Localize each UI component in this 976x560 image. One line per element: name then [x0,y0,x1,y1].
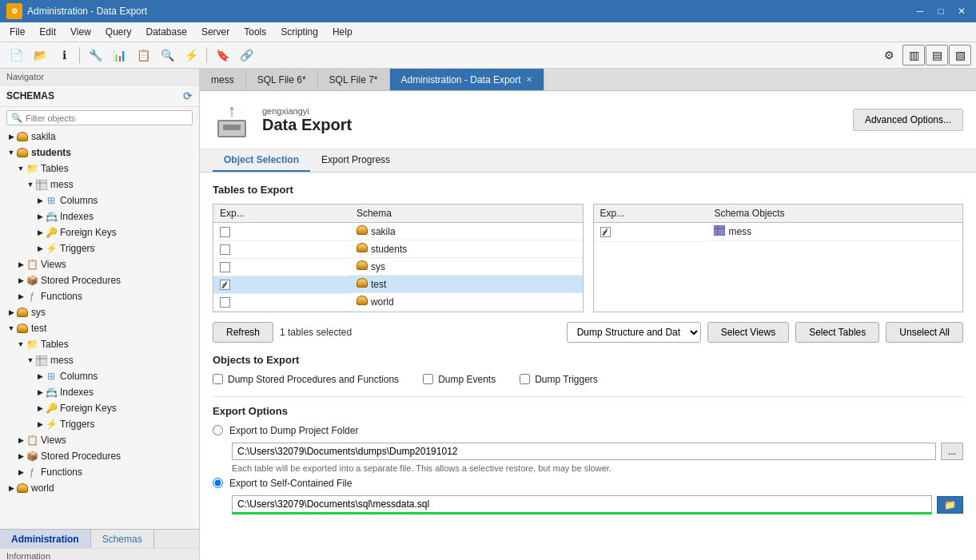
dump-triggers-checkbox[interactable] [520,374,530,384]
tree-item-students-views[interactable]: ▶ 📋 Views [0,256,199,272]
toolbar-settings-icon[interactable]: ⚙ [878,45,900,66]
layout-btn3[interactable]: ▧ [949,45,971,66]
menu-help[interactable]: Help [326,24,359,40]
toolbar-open-btn[interactable]: 📂 [29,45,51,66]
toolbar-new-btn[interactable]: 📄 [5,45,27,66]
toolbar-btn7[interactable]: 🔖 [211,45,233,66]
restore-btn[interactable]: □ [933,3,949,19]
export-option1-path-input[interactable] [232,443,936,460]
dump-structure-select[interactable]: Dump Structure and Dat Dump Structure On… [567,322,701,343]
dump-events-checkbox-label[interactable]: Dump Events [423,374,496,385]
toolbar-btn3[interactable]: 📊 [108,45,130,66]
schema-cb-test[interactable]: ✓ [220,280,230,290]
obj-cb-mess[interactable]: ✓ [600,227,611,237]
tab-data-export[interactable]: Administration - Data Export ✕ [390,69,544,90]
tab-sqlfile7[interactable]: SQL File 7* [318,69,390,90]
unselect-all-button[interactable]: Unselect All [886,322,963,343]
filter-input[interactable] [26,113,188,123]
layout-btn2[interactable]: ▤ [926,45,948,66]
minimize-btn[interactable]: ─ [912,3,928,19]
toolbar-btn2[interactable]: 🔧 [84,45,106,66]
schemas-refresh-icon[interactable]: ⟳ [183,89,193,102]
schema-row-sakila[interactable]: sakila [213,223,583,241]
select-views-button[interactable]: Select Views [707,322,789,343]
tree-item-students-sp[interactable]: ▶ 📦 Stored Procedures [0,272,199,288]
tab-sqlfile6[interactable]: SQL File 6* [246,69,318,90]
columns-icon1: ⊞ [45,194,58,207]
objects-checkbox-row: Dump Stored Procedures and Functions Dum… [213,374,963,385]
menu-tools[interactable]: Tools [237,24,273,40]
export-option1-radio[interactable] [213,425,223,435]
tree-item-triggers2[interactable]: ▶ ⚡ Triggers [0,416,199,432]
dump-triggers-checkbox-label[interactable]: Dump Triggers [520,374,598,385]
tab-mess[interactable]: mess [200,69,246,90]
menu-database[interactable]: Database [140,24,193,40]
tree-item-test-mess[interactable]: ▼ mess [0,352,199,368]
menu-view[interactable]: View [64,24,98,40]
tree-item-sakila[interactable]: ▶ sakila [0,129,199,145]
layout-btn1[interactable]: ▥ [902,45,925,66]
objects-table: Exp... Schema Objects ✓ [593,204,964,312]
schema-row-sys[interactable]: sys [213,258,583,276]
tree-item-triggers1[interactable]: ▶ ⚡ Triggers [0,240,199,256]
menu-query[interactable]: Query [99,24,138,40]
export-option2-radio[interactable] [213,478,223,488]
tree-item-columns1[interactable]: ▶ ⊞ Columns [0,193,199,209]
tab-close-icon[interactable]: ✕ [526,75,532,84]
schema-cb-world[interactable] [220,297,230,308]
schema-label-students: students [371,244,407,255]
export-option2-path-input[interactable] [232,495,932,514]
tree-item-world[interactable]: ▶ world [0,480,199,496]
collapse-arrow-sakila: ▶ [6,133,16,141]
tree-item-sys[interactable]: ▶ sys [0,304,199,320]
tree-item-columns2[interactable]: ▶ ⊞ Columns [0,368,199,384]
tree-item-test-fn[interactable]: ▶ ƒ Functions [0,464,199,480]
menu-file[interactable]: File [3,24,31,40]
schema-row-world[interactable]: world [213,293,583,311]
bottom-tab-admin[interactable]: Administration [0,530,91,548]
schema-cb-sakila[interactable] [220,227,230,237]
panel-title: Data Export [262,116,352,134]
browse-btn1[interactable]: ... [941,443,963,460]
close-btn[interactable]: ✕ [954,3,970,19]
browse-btn2[interactable]: 📁 [937,496,963,514]
menu-server[interactable]: Server [195,24,236,40]
toolbar-btn5[interactable]: 🔍 [156,45,178,66]
dump-sp-checkbox-label[interactable]: Dump Stored Procedures and Functions [213,374,399,385]
panel-tab-export-progress[interactable]: Export Progress [310,149,401,172]
schema-cb-sys[interactable] [220,262,230,272]
dump-sp-checkbox[interactable] [213,374,223,384]
obj-row-mess[interactable]: ✓ mess [594,223,963,242]
tree-item-test-views[interactable]: ▶ 📋 Views [0,432,199,448]
action-bar: Refresh 1 tables selected Dump Structure… [213,322,963,343]
toolbar-btn8[interactable]: 🔗 [235,45,257,66]
schema-row-students[interactable]: students [213,240,583,258]
bottom-tab-schemas[interactable]: Schemas [91,530,154,548]
divider [213,396,963,397]
dump-events-checkbox[interactable] [423,374,433,384]
schema-cb-students[interactable] [220,244,230,255]
select-tables-button[interactable]: Select Tables [795,322,879,343]
tree-item-students-mess[interactable]: ▼ mess [0,177,199,193]
tree-item-students-tables[interactable]: ▼ 📁 Tables [0,161,199,177]
menu-scripting[interactable]: Scripting [274,24,325,40]
schema-row-test[interactable]: ✓ test [213,276,583,293]
tree-item-indexes1[interactable]: ▶ 📇 Indexes [0,209,199,224]
panel-tab-object-selection[interactable]: Object Selection [213,149,310,172]
advanced-options-button[interactable]: Advanced Options... [853,109,963,131]
toolbar-btn6[interactable]: ⚡ [180,45,202,66]
tree-label-world: world [31,483,54,494]
toolbar-btn4[interactable]: 📋 [132,45,154,66]
tree-item-test-sp[interactable]: ▶ 📦 Stored Procedures [0,448,199,464]
schema-label-sakila: sakila [371,226,396,237]
tree-item-test[interactable]: ▼ test [0,320,199,336]
tree-item-indexes2[interactable]: ▶ 📇 Indexes [0,384,199,400]
tree-item-fk2[interactable]: ▶ 🔑 Foreign Keys [0,400,199,416]
tree-item-students-fn[interactable]: ▶ ƒ Functions [0,288,199,304]
tree-item-students[interactable]: ▼ students [0,145,199,161]
tree-item-fk1[interactable]: ▶ 🔑 Foreign Keys [0,224,199,240]
menu-edit[interactable]: Edit [33,24,62,40]
toolbar-info-btn[interactable]: ℹ [53,45,75,66]
refresh-button[interactable]: Refresh [213,322,273,343]
tree-item-test-tables[interactable]: ▼ 📁 Tables [0,336,199,352]
